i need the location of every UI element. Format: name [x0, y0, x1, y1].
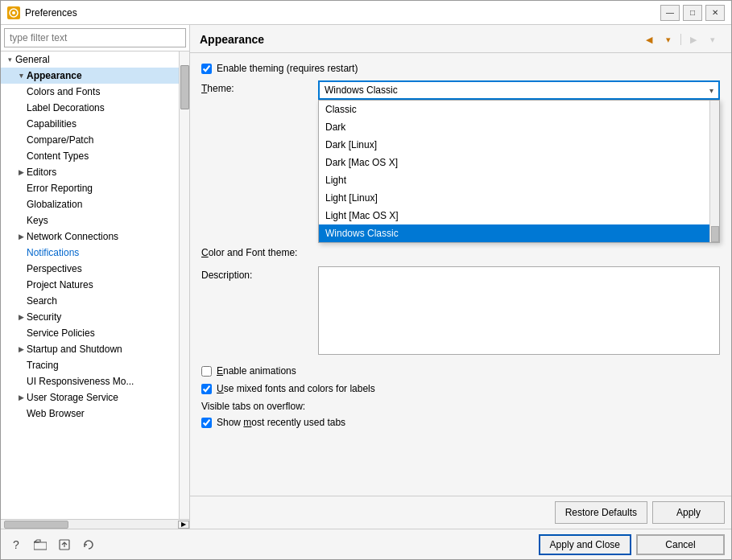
- restore-defaults-button[interactable]: Restore Defaults: [555, 501, 647, 524]
- dropdown-scroll-thumb[interactable]: [711, 226, 719, 242]
- sidebar-label-appearance: Appearance: [27, 70, 176, 81]
- description-textarea[interactable]: [318, 266, 720, 355]
- show-recent-tabs-checkbox[interactable]: [201, 418, 212, 428]
- export-icon[interactable]: [56, 536, 73, 554]
- sidebar-item-content-types[interactable]: ▶ Content Types: [1, 148, 179, 164]
- show-recent-s: Show: [217, 417, 243, 428]
- theme-option-classic[interactable]: Classic: [319, 101, 719, 118]
- sidebar-label-network-connections: Network Connections: [27, 231, 176, 242]
- sidebar-label-editors: Editors: [27, 167, 176, 178]
- sidebar-label-service-policies: Service Policies: [27, 327, 176, 339]
- svg-point-1: [12, 11, 15, 14]
- footer-bar: ? Apply and: [1, 529, 731, 559]
- enable-theming-label: Enable theming (requires restart): [217, 63, 358, 74]
- show-recent-rest: ost recently used tabs: [251, 417, 345, 428]
- enable-animations-checkbox[interactable]: [201, 366, 212, 377]
- apply-and-close-button[interactable]: Apply and Close: [539, 534, 631, 555]
- show-recent-m: m: [243, 417, 251, 428]
- sidebar-item-colors-and-fonts[interactable]: Colors and Fonts: [1, 84, 179, 100]
- sidebar-item-search[interactable]: ▶ Search: [1, 293, 179, 309]
- use-mixed-fonts-text: se mixed fonts and colors for labels: [224, 383, 375, 394]
- sidebar-label-perspectives: Perspectives: [27, 263, 176, 274]
- use-mixed-fonts-u: U: [217, 383, 224, 394]
- preferences-window: Preferences — □ ✕ ▾ General: [0, 0, 732, 560]
- enable-animations-row: Enable animations: [201, 365, 720, 377]
- scrollbar-thumb-horizontal[interactable]: [4, 521, 68, 529]
- sidebar-item-web-browser[interactable]: ▶ Web Browser: [1, 406, 179, 422]
- show-recent-tabs-row: Show most recently used tabs: [201, 417, 720, 428]
- theme-selected[interactable]: Windows Classic ▾: [318, 80, 720, 100]
- sidebar-item-user-storage[interactable]: ▶ User Storage Service: [1, 389, 179, 406]
- footer-icons: ?: [7, 536, 97, 554]
- window-title: Preferences: [25, 7, 660, 19]
- sidebar-item-label-decorations[interactable]: Label Decorations: [1, 100, 179, 116]
- sidebar-scrollbar-horizontal[interactable]: ▶: [1, 519, 189, 529]
- theme-option-light[interactable]: Light: [319, 171, 719, 189]
- nav-back-button[interactable]: ◀: [640, 31, 658, 47]
- sidebar-label-user-storage: User Storage Service: [27, 392, 176, 403]
- minimize-button[interactable]: —: [660, 5, 680, 21]
- nav-forward-dropdown[interactable]: ▾: [704, 31, 722, 47]
- theme-option-light-macos[interactable]: Light [Mac OS X]: [319, 207, 719, 224]
- theme-label: Theme:: [201, 80, 318, 94]
- sidebar-item-security[interactable]: ▶ Security: [1, 309, 179, 325]
- sidebar-item-ui-responsiveness[interactable]: ▶ UI Responsiveness Mo...: [1, 373, 179, 389]
- theme-option-dark[interactable]: Dark: [319, 118, 719, 136]
- theme-label-text: heme:: [207, 83, 234, 94]
- sidebar-item-startup-shutdown[interactable]: ▶ Startup and Shutdown: [1, 341, 179, 357]
- sidebar-item-capabilities[interactable]: ▶ Capabilities: [1, 116, 179, 132]
- dropdown-arrow-icon: ▾: [709, 86, 713, 95]
- main-content-area: ▾ General ▾ Appearance Colors and Fonts: [1, 25, 731, 529]
- tree-list: ▾ General ▾ Appearance Colors and Fonts: [1, 51, 179, 519]
- sidebar-item-project-natures[interactable]: ▶ Project Natures: [1, 277, 179, 293]
- nav-forward-button[interactable]: ▶: [684, 31, 702, 47]
- sidebar-item-network-connections[interactable]: ▶ Network Connections: [1, 229, 179, 245]
- scrollbar-thumb-vertical[interactable]: [180, 65, 189, 109]
- sidebar-item-service-policies[interactable]: ▶ Service Policies: [1, 325, 179, 341]
- sidebar-scrollbar-vertical[interactable]: [179, 51, 189, 519]
- sidebar-item-globalization[interactable]: ▶ Globalization: [1, 196, 179, 212]
- sidebar-item-editors[interactable]: ▶ Editors: [1, 164, 179, 180]
- enable-theming-checkbox[interactable]: [201, 64, 212, 74]
- help-icon[interactable]: ?: [7, 536, 25, 554]
- apply-button[interactable]: Apply: [652, 501, 725, 524]
- nav-back-dropdown[interactable]: ▾: [660, 31, 677, 47]
- sidebar-item-appearance[interactable]: ▾ Appearance: [1, 68, 179, 84]
- sidebar-item-error-reporting[interactable]: ▶ Error Reporting: [1, 180, 179, 196]
- close-button[interactable]: ✕: [705, 5, 725, 21]
- theme-option-windows-classic[interactable]: Windows Classic: [319, 224, 719, 242]
- enable-animations-e: E: [217, 365, 223, 377]
- theme-dropdown: Windows Classic ▾ Classic Dark Dark [Lin…: [318, 80, 720, 100]
- enable-theming-row: Enable theming (requires restart): [201, 63, 720, 74]
- cancel-button[interactable]: Cancel: [636, 534, 725, 555]
- refresh-icon[interactable]: [80, 536, 97, 554]
- sidebar-item-general[interactable]: ▾ General: [1, 51, 179, 68]
- maximize-button[interactable]: □: [683, 5, 702, 21]
- visible-tabs-label: Visible tabs on overflow:: [201, 401, 720, 412]
- sidebar-item-notifications[interactable]: ▶ Notifications: [1, 245, 179, 261]
- sidebar-label-security: Security: [27, 311, 176, 323]
- use-mixed-fonts-checkbox[interactable]: [201, 384, 212, 394]
- color-font-label: Color and Font theme:: [201, 245, 318, 258]
- dropdown-scrollbar[interactable]: [709, 101, 719, 242]
- sidebar-item-compare-patch[interactable]: ▶ Compare/Patch: [1, 132, 179, 148]
- sidebar-item-tracing[interactable]: ▶ Tracing: [1, 357, 179, 373]
- sidebar-item-perspectives[interactable]: ▶ Perspectives: [1, 261, 179, 277]
- color-font-label-text: olor and Font theme:: [209, 247, 298, 258]
- color-font-underline: C: [201, 247, 209, 258]
- sidebar-item-keys[interactable]: ▶ Keys: [1, 212, 179, 229]
- main-header: Appearance ◀ ▾ ▶ ▾: [190, 25, 731, 53]
- expand-icon-general: ▾: [4, 54, 15, 65]
- expand-icon-ed: ▶: [15, 167, 27, 178]
- show-recent-tabs-label: Show most recently used tabs: [217, 417, 345, 428]
- sidebar-label-web-browser: Web Browser: [27, 408, 176, 419]
- theme-option-dark-macos[interactable]: Dark [Mac OS X]: [319, 154, 719, 171]
- scroll-right-btn[interactable]: ▶: [178, 521, 189, 529]
- enable-animations-text: nable animations: [223, 365, 296, 377]
- theme-option-dark-linux[interactable]: Dark [Linux]: [319, 136, 719, 154]
- main-panel: Appearance ◀ ▾ ▶ ▾ Enable theming (requi…: [190, 25, 731, 529]
- search-input[interactable]: [4, 28, 186, 47]
- open-folder-icon[interactable]: [31, 536, 49, 554]
- sidebar-label-globalization: Globalization: [27, 199, 176, 210]
- theme-option-light-linux[interactable]: Light [Linux]: [319, 189, 719, 207]
